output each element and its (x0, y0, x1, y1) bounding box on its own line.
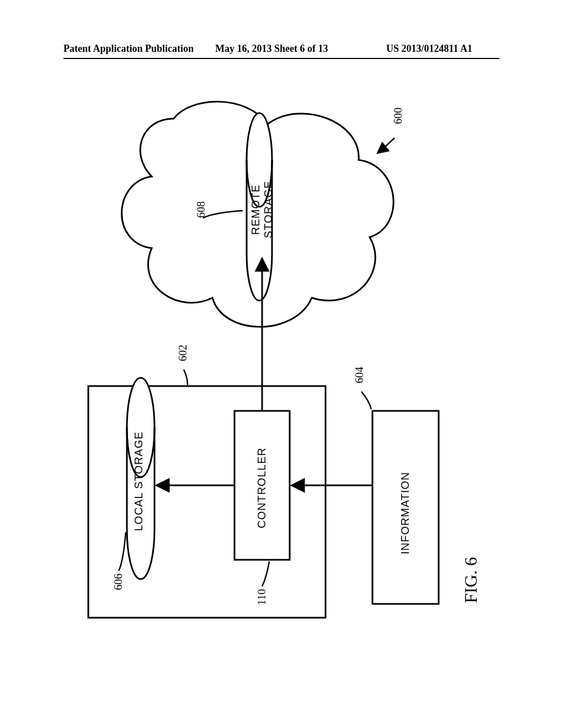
local-storage-label: LOCAL STORAGE (132, 429, 145, 534)
header-left: Patent Application Publication (63, 43, 194, 55)
figure: REMOTE STORAGE LOCAL STORAGE CONTROLLER … (63, 94, 499, 645)
page: Patent Application Publication May 16, 2… (0, 0, 565, 728)
leader-602 (184, 370, 188, 385)
leader-606 (119, 532, 126, 571)
diagram-svg (63, 94, 499, 645)
ref-608: 608 (195, 201, 207, 218)
ref-600: 600 (392, 108, 404, 124)
header-rule (63, 58, 499, 59)
page-header: Patent Application Publication May 16, 2… (0, 43, 565, 60)
ref-602: 602 (177, 345, 189, 361)
figure-caption: FIG. 6 (461, 557, 481, 603)
leader-600 (378, 138, 395, 153)
leader-604 (361, 392, 371, 409)
leader-110 (262, 561, 269, 586)
controller-label: CONTROLLER (255, 438, 268, 538)
header-right: US 2013/0124811 A1 (386, 43, 472, 55)
leader-608 (203, 211, 243, 218)
remote-storage-label: REMOTE STORAGE (249, 165, 275, 254)
ref-606: 606 (112, 574, 125, 590)
ref-110: 110 (255, 589, 268, 605)
information-label: INFORMATION (399, 461, 412, 565)
remote-storage-label-l1: REMOTE (249, 184, 262, 235)
header-mid: May 16, 2013 Sheet 6 of 13 (215, 43, 328, 55)
ref-604: 604 (353, 367, 366, 383)
remote-storage-label-l2: STORAGE (262, 181, 274, 238)
